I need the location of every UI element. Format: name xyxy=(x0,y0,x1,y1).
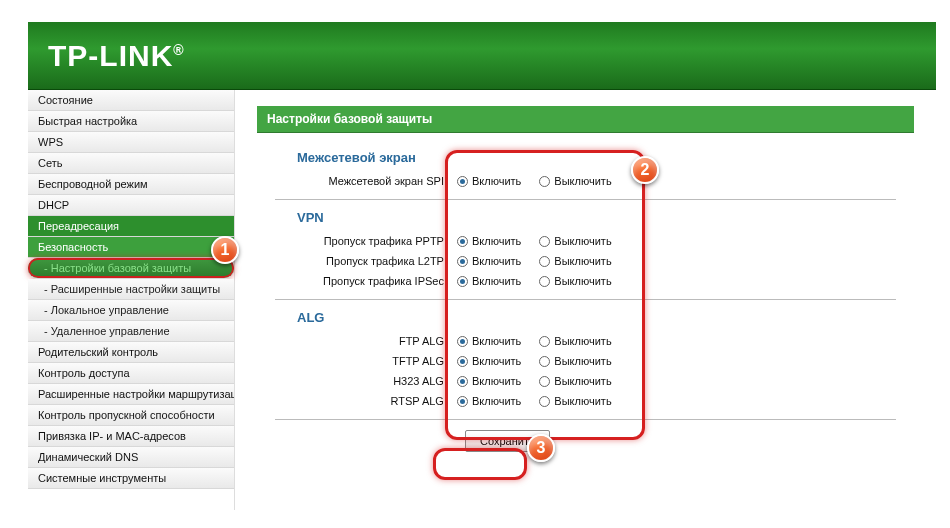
annotation-callout-3: 3 xyxy=(527,434,555,462)
divider xyxy=(275,299,896,300)
sidebar-item-wps[interactable]: WPS xyxy=(28,132,234,153)
label-tftp-alg: TFTP ALG: xyxy=(257,355,457,367)
page-title: Настройки базовой защиты xyxy=(257,106,914,132)
app-shell: TP-LINK® Состояние Быстрая настройка WPS… xyxy=(28,22,936,510)
radio-on-label: Включить xyxy=(472,395,521,407)
radio-on-label: Включить xyxy=(472,235,521,247)
sidebar-item-system-tools[interactable]: Системные инструменты xyxy=(28,468,234,489)
row-l2tp: Пропуск трафика L2TP: Включить Выключить xyxy=(257,251,914,271)
radio-pptp-disable[interactable]: Выключить xyxy=(539,235,611,247)
sidebar-item-access-control[interactable]: Контроль доступа xyxy=(28,363,234,384)
label-h323-alg: H323 ALG: xyxy=(257,375,457,387)
label-rtsp-alg: RTSP ALG: xyxy=(257,395,457,407)
sidebar-item-wireless[interactable]: Беспроводной режим xyxy=(28,174,234,195)
section-alg-heading: ALG xyxy=(297,310,914,325)
radio-rtsp-disable[interactable]: Выключить xyxy=(539,395,611,407)
annotation-callout-2: 2 xyxy=(631,156,659,184)
radio-h323-disable[interactable]: Выключить xyxy=(539,375,611,387)
row-ipsec: Пропуск трафика IPSec: Включить Выключит… xyxy=(257,271,914,291)
row-ftp-alg: FTP ALG: Включить Выключить xyxy=(257,331,914,351)
radio-off-label: Выключить xyxy=(554,395,611,407)
content-area: Настройки базовой защиты Межсетевой экра… xyxy=(235,90,936,510)
radio-l2tp-enable[interactable]: Включить xyxy=(457,255,521,267)
annotation-box-save xyxy=(433,448,527,480)
radio-on-label: Включить xyxy=(472,335,521,347)
radio-off-label: Выключить xyxy=(554,335,611,347)
radio-spi-disable[interactable]: Выключить xyxy=(539,175,611,187)
radio-off-label: Выключить xyxy=(554,255,611,267)
radio-ftp-enable[interactable]: Включить xyxy=(457,335,521,347)
sidebar-item-ddns[interactable]: Динамический DNS xyxy=(28,447,234,468)
section-vpn-heading: VPN xyxy=(297,210,914,225)
radio-spi-enable[interactable]: Включить xyxy=(457,175,521,187)
sidebar-item-quick-setup[interactable]: Быстрая настройка xyxy=(28,111,234,132)
radio-on-label: Включить xyxy=(472,275,521,287)
row-pptp: Пропуск трафика PPTP: Включить Выключить xyxy=(257,231,914,251)
sidebar-item-security[interactable]: Безопасность xyxy=(28,237,234,258)
brand-text: TP-LINK xyxy=(48,39,173,72)
brand-logo: TP-LINK® xyxy=(48,39,185,73)
radio-off-label: Выключить xyxy=(554,355,611,367)
sidebar-item-local-management[interactable]: - Локальное управление xyxy=(28,300,234,321)
label-ipsec: Пропуск трафика IPSec: xyxy=(257,275,457,287)
radio-ipsec-disable[interactable]: Выключить xyxy=(539,275,611,287)
radio-on-label: Включить xyxy=(472,355,521,367)
annotation-callout-1: 1 xyxy=(211,236,239,264)
sidebar-item-advanced-security[interactable]: - Расширенные настройки защиты xyxy=(28,279,234,300)
radio-pptp-enable[interactable]: Включить xyxy=(457,235,521,247)
radio-l2tp-disable[interactable]: Выключить xyxy=(539,255,611,267)
row-spi-firewall: Межсетевой экран SPI: Включить Выключить xyxy=(257,171,914,191)
radio-ipsec-enable[interactable]: Включить xyxy=(457,275,521,287)
label-ftp-alg: FTP ALG: xyxy=(257,335,457,347)
sidebar-item-ip-mac-binding[interactable]: Привязка IP- и MAC-адресов xyxy=(28,426,234,447)
sidebar-item-parental-control[interactable]: Родительский контроль xyxy=(28,342,234,363)
sidebar-item-dhcp[interactable]: DHCP xyxy=(28,195,234,216)
radio-tftp-enable[interactable]: Включить xyxy=(457,355,521,367)
radio-off-label: Выключить xyxy=(554,175,611,187)
divider xyxy=(275,419,896,420)
radio-on-label: Включить xyxy=(472,175,521,187)
sidebar-item-forwarding[interactable]: Переадресация xyxy=(28,216,234,237)
row-tftp-alg: TFTP ALG: Включить Выключить xyxy=(257,351,914,371)
sidebar-item-remote-management[interactable]: - Удаленное управление xyxy=(28,321,234,342)
label-pptp: Пропуск трафика PPTP: xyxy=(257,235,457,247)
sidebar-item-routing[interactable]: Расширенные настройки маршрутизации xyxy=(28,384,234,405)
radio-off-label: Выключить xyxy=(554,375,611,387)
sidebar: Состояние Быстрая настройка WPS Сеть Бес… xyxy=(28,90,235,510)
radio-tftp-disable[interactable]: Выключить xyxy=(539,355,611,367)
divider xyxy=(275,199,896,200)
radio-ftp-disable[interactable]: Выключить xyxy=(539,335,611,347)
sidebar-item-basic-security[interactable]: - Настройки базовой защиты xyxy=(28,258,234,279)
sidebar-item-network[interactable]: Сеть xyxy=(28,153,234,174)
radio-h323-enable[interactable]: Включить xyxy=(457,375,521,387)
radio-on-label: Включить xyxy=(472,255,521,267)
radio-rtsp-enable[interactable]: Включить xyxy=(457,395,521,407)
sidebar-item-status[interactable]: Состояние xyxy=(28,90,234,111)
section-firewall-heading: Межсетевой экран xyxy=(297,150,914,165)
radio-on-label: Включить xyxy=(472,375,521,387)
radio-off-label: Выключить xyxy=(554,275,611,287)
label-spi-firewall: Межсетевой экран SPI: xyxy=(257,175,457,187)
radio-off-label: Выключить xyxy=(554,235,611,247)
sidebar-item-bandwidth[interactable]: Контроль пропускной способности xyxy=(28,405,234,426)
header: TP-LINK® xyxy=(28,22,936,90)
label-l2tp: Пропуск трафика L2TP: xyxy=(257,255,457,267)
row-rtsp-alg: RTSP ALG: Включить Выключить xyxy=(257,391,914,411)
row-h323-alg: H323 ALG: Включить Выключить xyxy=(257,371,914,391)
